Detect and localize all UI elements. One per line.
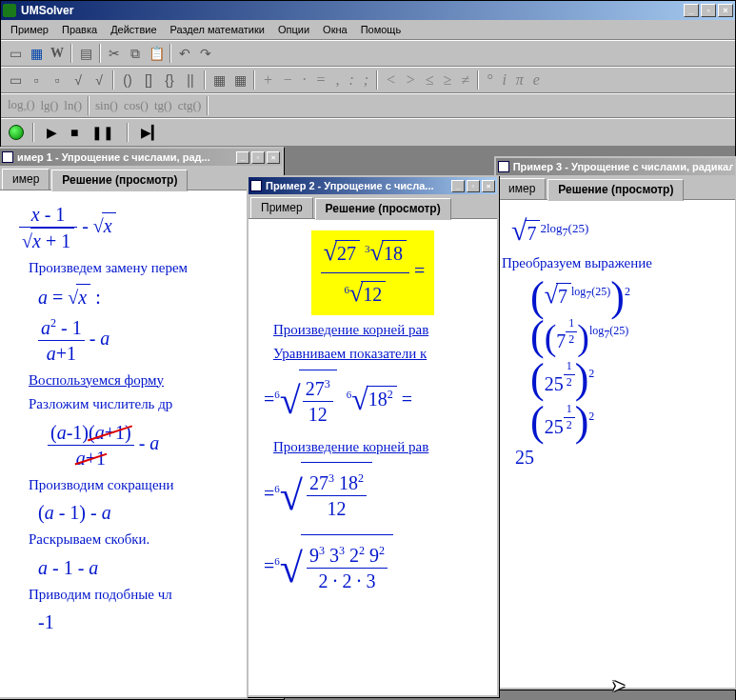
fn-lg[interactable]: lg() [38,98,62,113]
tab-example[interactable]: Пример [250,197,313,218]
op-comma[interactable]: , [330,71,344,89]
op-ne[interactable]: ≠ [456,71,474,89]
op-ge[interactable]: ≥ [438,71,456,89]
child-close-icon[interactable]: × [267,151,280,164]
tab-solution[interactable]: Решение (просмотр) [51,170,188,191]
op-dot[interactable]: · [298,71,311,89]
copy-icon[interactable]: ⧉ [125,43,146,64]
nroot-icon[interactable]: √ [89,70,109,90]
close-button[interactable]: × [718,4,733,17]
tab-solution[interactable]: Решение (просмотр) [315,198,451,220]
window3-tabs: имер Решение (просмотр) [496,175,735,200]
op-le[interactable]: ≤ [421,71,439,89]
window3-titlebar[interactable]: Пример 3 - Упрощение с числами, радикала [496,158,735,175]
doc-icon [498,161,509,172]
result-25: 25 [515,447,534,468]
cut-icon[interactable]: ✂ [104,43,125,64]
window1-tabs: имер Решение (просмотр) [0,166,282,190]
child-close-icon[interactable]: × [482,180,495,192]
sym-i[interactable]: i [497,71,510,89]
link-product[interactable]: Произведение корней рав [273,321,491,340]
app-icon [3,4,16,17]
window2-titlebar[interactable]: Пример 2 - Упрощение с числа... _ ▫ × [249,177,497,194]
record-icon[interactable] [9,125,24,140]
fn-logb[interactable]: log▫() [5,97,38,114]
book-icon[interactable]: ▤ [75,43,96,64]
link-indices[interactable]: Уравниваем показатели к [273,345,491,364]
link-product2[interactable]: Произведение корней рав [273,438,491,457]
window1-titlebar[interactable]: имер 1 - Упрощение с числами, рад... _ ▫… [0,149,282,166]
step-text: Приводим подобные чл [29,586,276,605]
new-icon[interactable]: ▭ [5,43,26,64]
tab-example[interactable]: имер [2,169,50,190]
op-plus[interactable]: + [258,71,278,89]
op-minus[interactable]: − [278,71,298,89]
frac-icon[interactable]: ▭ [5,70,26,90]
window3-title: Пример 3 - Упрощение с числами, радикала [513,161,733,172]
sym-deg[interactable]: ° [482,71,497,89]
w-icon[interactable]: W [47,43,68,64]
tab-solution[interactable]: Решение (просмотр) [547,179,684,201]
op-gt[interactable]: > [401,71,421,89]
abs-icon[interactable]: || [180,70,201,90]
fn-ln[interactable]: ln() [61,98,85,113]
redo-icon[interactable]: ↷ [195,43,216,64]
window2-content: √27 3√18 6√12 = Произведение корней рав … [249,219,497,695]
window3-content: √72log7(25) Преобразуем выражение (√7log… [496,200,735,688]
child-min-icon[interactable]: _ [236,151,249,164]
mdi-area: Пример 3 - Упрощение с числами, радикала… [1,147,735,700]
fn-tg[interactable]: tg() [151,98,175,113]
paren-icon[interactable]: () [117,70,138,90]
play-icon[interactable]: ▶ [43,125,61,140]
stop-icon[interactable]: ■ [67,125,82,140]
op-lt[interactable]: < [381,71,401,89]
window-example2[interactable]: Пример 2 - Упрощение с числа... _ ▫ × Пр… [247,175,499,697]
menu-item[interactable]: Раздел математики [165,22,270,37]
sup-icon[interactable]: ▫ [26,70,47,90]
fn-cos[interactable]: cos() [121,98,151,113]
menu-item[interactable]: Правка [56,22,103,37]
menu-item[interactable]: Действие [105,22,162,37]
toolbar-playback: ▶ ■ ❚❚ ▶▎ [1,118,735,147]
sym-pi[interactable]: π [511,71,528,89]
tab-example[interactable]: имер [498,178,546,199]
pal-icon[interactable]: ▦ [209,70,229,90]
brace-icon[interactable]: {} [159,70,180,90]
menu-item[interactable]: Пример [5,22,54,37]
link-formula[interactable]: Воспользуемся форму [29,371,276,390]
bracket-icon[interactable]: [] [138,70,159,90]
op-eq[interactable]: = [311,71,331,89]
doc-icon [250,180,262,191]
window1-title: имер 1 - Упрощение с числами, рад... [17,151,236,163]
child-max-icon[interactable]: ▫ [251,151,265,164]
sqrt-icon[interactable]: √ [68,70,89,90]
window-example3[interactable]: Пример 3 - Упрощение с числами, радикала… [494,156,736,690]
sym-e[interactable]: e [528,71,545,89]
restore-button[interactable]: ▫ [701,4,716,17]
result-neg1: -1 [38,611,54,632]
pause-icon[interactable]: ❚❚ [88,125,118,140]
titlebar[interactable]: UMSolver _ ▫ × [1,1,735,20]
child-max-icon[interactable]: ▫ [467,180,480,192]
window-example1[interactable]: имер 1 - Упрощение с числами, рад... _ ▫… [0,147,284,699]
menu-item[interactable]: Опции [272,22,315,37]
menu-item[interactable]: Помощь [355,22,408,37]
pal2-icon[interactable]: ▦ [229,70,250,90]
step-text: Разложим числитель др [29,395,276,414]
op-semi[interactable]: ; [359,71,373,89]
paste-icon[interactable]: 📋 [146,43,167,64]
child-min-icon[interactable]: _ [451,180,465,192]
sub-icon[interactable]: ▫ [47,70,68,90]
fn-ctg[interactable]: ctg() [175,98,205,113]
minimize-button[interactable]: _ [684,4,699,17]
window2-tabs: Пример Решение (просмотр) [249,194,497,219]
toolbar-math: ▭ ▫ ▫ √ √ () [] {} || ▦ ▦ + − · = , : ; … [1,67,735,93]
matrix-icon[interactable]: ▦ [26,43,47,64]
menu-item[interactable]: Окна [317,22,353,37]
undo-icon[interactable]: ↶ [174,43,195,64]
fn-sin[interactable]: sin() [92,98,121,113]
step-icon[interactable]: ▶▎ [137,125,166,140]
op-colon[interactable]: : [344,71,358,89]
step-text: Производим сокращени [29,476,276,495]
toolbar-functions: log▫() lg() ln() sin() cos() tg() ctg() [1,93,735,118]
